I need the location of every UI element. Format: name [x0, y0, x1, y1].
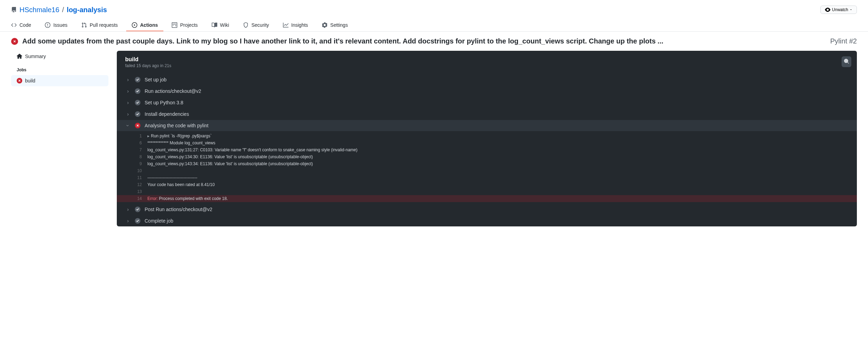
line-number: 10	[133, 167, 147, 174]
fail-icon	[11, 38, 18, 45]
step-label: Complete job	[145, 218, 173, 224]
job-header: build failed 15 days ago in 21s	[117, 51, 857, 74]
unwatch-button[interactable]: Unwatch	[820, 6, 857, 14]
log-output[interactable]: 1▸Run pylint `ls -R|grep .py$|xargs` 6**…	[117, 131, 857, 203]
check-icon	[135, 207, 140, 212]
job-name: build	[125, 56, 849, 63]
tab-code[interactable]: Code	[6, 19, 36, 31]
tab-security[interactable]: Security	[237, 19, 275, 31]
repo-name-link[interactable]: log-analysis	[67, 6, 107, 14]
step-label: Install dependencies	[145, 111, 189, 117]
tab-actions[interactable]: Actions	[126, 19, 163, 31]
log-text: ▸Run pylint `ls -R|grep .py$|xargs`	[147, 133, 212, 139]
tab-insights-label: Insights	[291, 22, 308, 28]
tab-actions-label: Actions	[140, 22, 158, 28]
step-label: Set up job	[145, 77, 167, 82]
search-logs-button[interactable]	[842, 56, 851, 67]
step-python[interactable]: ›Set up Python 3.8	[117, 97, 857, 108]
tab-wiki[interactable]: Wiki	[206, 19, 235, 31]
log-text: Error: Process completed with exit code …	[147, 195, 228, 202]
caret-down-icon	[850, 8, 852, 11]
chevron-right-icon: ›	[125, 100, 131, 105]
sidebar-jobs-heading: Jobs	[11, 62, 108, 75]
sidebar-summary[interactable]: Summary	[11, 51, 108, 62]
tab-pulls[interactable]: Pull requests	[76, 19, 123, 31]
chevron-right-icon: ›	[125, 111, 131, 117]
step-label: Set up Python 3.8	[145, 100, 183, 105]
log-text: log_count_views.py:143:34: E1136: Value …	[147, 160, 313, 167]
tab-insights[interactable]: Insights	[277, 19, 314, 31]
step-checkout[interactable]: ›Run actions/checkout@v2	[117, 86, 857, 97]
repo-title: HSchmale16 / log-analysis Unwatch	[11, 6, 857, 14]
log-text: ************* Module log_count_views	[147, 139, 215, 146]
log-text: log_count_views.py:134:30: E1136: Value …	[147, 153, 313, 160]
issue-icon	[45, 22, 50, 28]
chevron-right-icon: ›	[125, 77, 131, 82]
tab-projects[interactable]: Projects	[166, 19, 203, 31]
code-icon	[11, 22, 17, 28]
run-title: Add some updates from the past couple da…	[22, 37, 826, 45]
step-analyse[interactable]: › Analysing the code with pylint	[117, 120, 857, 131]
check-icon	[135, 88, 140, 94]
tab-issues[interactable]: Issues	[39, 19, 73, 31]
sidebar: Summary Jobs build	[11, 51, 108, 226]
project-icon	[172, 22, 177, 28]
step-post-checkout[interactable]: ›Post Run actions/checkout@v2	[117, 204, 857, 215]
step-label: Post Run actions/checkout@v2	[145, 207, 212, 212]
repo-owner-link[interactable]: HSchmale16	[19, 6, 59, 14]
fail-icon	[135, 123, 140, 128]
gear-icon	[322, 22, 327, 28]
check-icon	[135, 218, 140, 224]
book-icon	[212, 22, 217, 28]
check-icon	[135, 100, 140, 105]
line-number: 12	[133, 181, 147, 188]
check-icon	[135, 111, 140, 117]
play-icon	[132, 22, 137, 28]
run-header: Add some updates from the past couple da…	[0, 32, 868, 51]
step-label: Analysing the code with pylint	[145, 123, 209, 128]
search-icon	[844, 58, 849, 64]
line-number: 1	[133, 133, 147, 139]
fail-icon	[17, 78, 22, 83]
step-complete[interactable]: ›Complete job	[117, 215, 857, 226]
tab-settings-label: Settings	[330, 22, 348, 28]
line-number: 9	[133, 160, 147, 167]
log-panel: build failed 15 days ago in 21s ›Set up …	[117, 51, 857, 226]
tab-code-label: Code	[19, 22, 31, 28]
sidebar-summary-label: Summary	[25, 54, 46, 59]
line-number: 11	[133, 174, 147, 181]
line-number: 6	[133, 139, 147, 146]
tab-issues-label: Issues	[53, 22, 67, 28]
line-number: 7	[133, 146, 147, 153]
tab-projects-label: Projects	[180, 22, 198, 28]
repo-icon	[11, 7, 17, 13]
repo-tabs: Code Issues Pull requests Actions Projec…	[0, 19, 868, 32]
eye-icon	[825, 7, 830, 13]
tab-security-label: Security	[251, 22, 269, 28]
line-number: 14	[133, 195, 147, 202]
tab-pulls-label: Pull requests	[90, 22, 118, 28]
log-text: Your code has been rated at 8.41/10	[147, 181, 215, 188]
line-number: 8	[133, 153, 147, 160]
step-label: Run actions/checkout@v2	[145, 88, 201, 94]
unwatch-label: Unwatch	[832, 7, 848, 12]
shield-icon	[243, 22, 249, 28]
check-icon	[135, 77, 140, 82]
tab-wiki-label: Wiki	[220, 22, 229, 28]
tab-settings[interactable]: Settings	[316, 19, 354, 31]
step-setup[interactable]: ›Set up job	[117, 74, 857, 85]
home-icon	[17, 54, 22, 59]
chevron-down-icon: ›	[125, 123, 131, 128]
line-number: 13	[133, 188, 147, 195]
chevron-right-icon: ›	[125, 218, 131, 224]
expand-icon[interactable]: ▸	[147, 134, 149, 138]
sidebar-job-label: build	[25, 78, 35, 83]
step-deps[interactable]: ›Install dependencies	[117, 109, 857, 120]
sidebar-job-build[interactable]: build	[11, 75, 108, 86]
job-meta: failed 15 days ago in 21s	[125, 63, 849, 68]
path-separator: /	[62, 6, 64, 14]
log-text: ------------------------------------	[147, 174, 197, 181]
workflow-name[interactable]: Pylint #2	[830, 37, 857, 45]
chevron-right-icon: ›	[125, 207, 131, 212]
pr-icon	[81, 22, 87, 28]
